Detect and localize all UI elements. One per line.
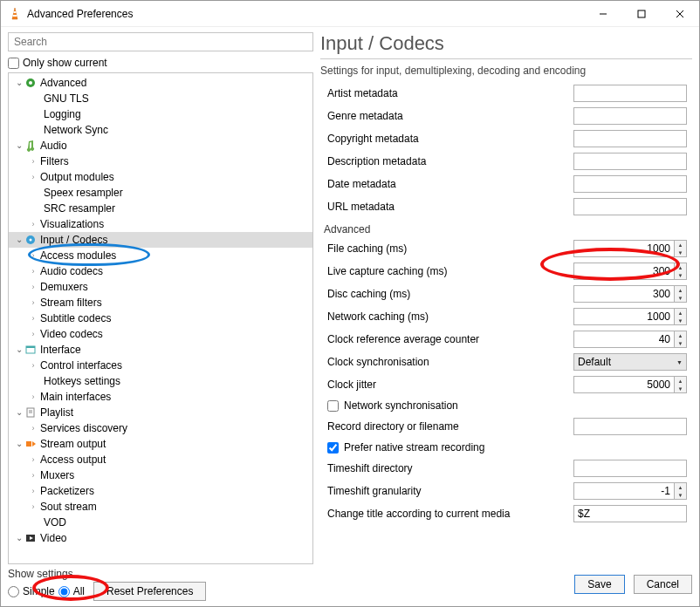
tree-item-advanced[interactable]: ⌄Advanced (9, 75, 312, 91)
chevron-down-icon: ⌄ (14, 530, 24, 546)
tree-item-output-modules[interactable]: ›Output modules (9, 169, 312, 185)
spin-clock-jitter[interactable]: 5000▲▼ (573, 376, 687, 393)
window-title: Advanced Preferences (27, 8, 133, 20)
tree-item-services-discovery[interactable]: ›Services discovery (9, 420, 312, 436)
spin-down-icon[interactable]: ▼ (675, 271, 686, 279)
tree-item-logging[interactable]: Logging (9, 106, 312, 122)
spin-up-icon[interactable]: ▲ (675, 241, 686, 249)
spin-down-icon[interactable]: ▼ (675, 294, 686, 302)
spin-down-icon[interactable]: ▼ (675, 339, 686, 347)
chevron-down-icon: ⌄ (14, 232, 24, 248)
tree-item-access-output[interactable]: ›Access output (9, 452, 312, 467)
tree-item-muxers[interactable]: ›Muxers (9, 467, 312, 483)
svg-rect-12 (26, 346, 35, 348)
spin-down-icon[interactable]: ▼ (675, 385, 686, 392)
tree-item-control-interfaces[interactable]: ›Control interfaces (9, 358, 312, 373)
stream-icon (24, 438, 37, 450)
check-network-sync[interactable] (327, 400, 339, 412)
spin-up-icon[interactable]: ▲ (675, 377, 686, 385)
tree-item-interface[interactable]: ⌄Interface (9, 342, 312, 358)
tree-item-vod[interactable]: VOD (9, 515, 312, 530)
tree-item-gnu-tls[interactable]: GNU TLS (9, 91, 312, 106)
tree-item-network-sync[interactable]: Network Sync (9, 122, 312, 138)
label-timeshift-dir: Timeshift directory (320, 462, 573, 474)
spin-clock-ref[interactable]: 40▲▼ (573, 331, 687, 348)
tree-item-packetizers[interactable]: ›Packetizers (9, 483, 312, 499)
spin-up-icon[interactable]: ▲ (675, 331, 686, 339)
tree-item-stream-output[interactable]: ⌄Stream output (9, 436, 312, 452)
tree-item-visualizations[interactable]: ›Visualizations (9, 216, 312, 232)
svg-point-8 (29, 81, 32, 85)
input-date[interactable] (573, 175, 687, 193)
input-artist[interactable] (573, 85, 687, 102)
label-disc-caching: Disc caching (ms) (320, 288, 573, 300)
chevron-down-icon: ⌄ (14, 342, 24, 358)
spin-disc-caching[interactable]: 300▲▼ (573, 285, 687, 303)
reset-preferences-button[interactable]: Reset Preferences (93, 582, 206, 601)
chevron-right-icon: › (28, 420, 38, 436)
chevron-right-icon: › (28, 169, 38, 185)
input-description[interactable] (573, 153, 687, 170)
radio-simple[interactable]: Simple (8, 585, 55, 597)
check-prefer-native[interactable] (327, 442, 339, 454)
chevron-right-icon: › (28, 389, 38, 405)
settings-form[interactable]: Artist metadata Genre metadata Copyright… (320, 82, 692, 564)
spin-up-icon[interactable]: ▲ (675, 286, 686, 294)
spin-live-caching[interactable]: 300▲▼ (573, 263, 687, 280)
cancel-button[interactable]: Cancel (634, 575, 692, 594)
maximize-button[interactable] (622, 1, 661, 27)
label-date: Date metadata (320, 178, 573, 190)
chevron-right-icon: › (28, 310, 38, 326)
tree-item-stream-filters[interactable]: ›Stream filters (9, 295, 312, 310)
tree-item-access-modules[interactable]: ›Access modules (9, 248, 312, 263)
minimize-button[interactable] (584, 1, 622, 27)
spin-timeshift-gran[interactable]: -1▲▼ (573, 482, 687, 500)
tree-item-audio-codecs[interactable]: ›Audio codecs (9, 263, 312, 279)
tree-item-playlist[interactable]: ⌄Playlist (9, 405, 312, 420)
select-clock-sync[interactable]: Default▼ (573, 353, 687, 371)
spin-down-icon[interactable]: ▼ (675, 249, 686, 256)
tree-item-hotkeys[interactable]: Hotkeys settings (9, 373, 312, 389)
spin-down-icon[interactable]: ▼ (675, 317, 686, 324)
tree-item-video-codecs[interactable]: ›Video codecs (9, 326, 312, 342)
tree-item-filters[interactable]: ›Filters (9, 153, 312, 169)
tree-item-subtitle-codecs[interactable]: ›Subtitle codecs (9, 310, 312, 326)
close-button[interactable] (661, 1, 699, 27)
input-copyright[interactable] (573, 130, 687, 147)
chevron-right-icon: › (28, 248, 38, 263)
svg-rect-16 (26, 441, 31, 447)
radio-all[interactable]: All (58, 585, 85, 597)
spin-file-caching[interactable]: 1000▲▼ (573, 240, 687, 257)
spin-up-icon[interactable]: ▲ (675, 309, 686, 317)
only-show-current-checkbox[interactable] (8, 58, 19, 69)
svg-rect-4 (638, 10, 645, 17)
tree-item-main-interfaces[interactable]: ›Main interfaces (9, 389, 312, 405)
input-timeshift-dir[interactable] (573, 460, 687, 477)
chevron-down-icon: ⌄ (14, 138, 24, 153)
input-change-title[interactable]: $Z (573, 505, 687, 522)
tree-item-video[interactable]: ⌄Video (9, 530, 312, 546)
left-column: Only show current ⌄Advanced GNU TLS Logg… (8, 32, 313, 564)
search-input[interactable] (8, 32, 313, 51)
tree-item-sout-stream[interactable]: ›Sout stream (9, 499, 312, 515)
tree-item-speex[interactable]: Speex resampler (9, 185, 312, 201)
save-button[interactable]: Save (574, 575, 624, 594)
tree-item-audio[interactable]: ⌄Audio (9, 138, 312, 153)
input-genre[interactable] (573, 107, 687, 125)
input-url[interactable] (573, 198, 687, 215)
tree-item-demuxers[interactable]: ›Demuxers (9, 279, 312, 295)
window-icon (24, 344, 37, 356)
panel-heading: Input / Codecs (320, 32, 692, 59)
spin-down-icon[interactable]: ▼ (675, 491, 686, 499)
tree-item-input-codecs[interactable]: ⌄Input / Codecs (9, 232, 312, 248)
spin-up-icon[interactable]: ▲ (675, 483, 686, 491)
input-record-dir[interactable] (573, 418, 687, 435)
tree-item-src[interactable]: SRC resampler (9, 201, 312, 216)
spin-network-caching[interactable]: 1000▲▼ (573, 308, 687, 325)
chevron-right-icon: › (28, 452, 38, 467)
preferences-tree[interactable]: ⌄Advanced GNU TLS Logging Network Sync ⌄… (8, 72, 313, 564)
chevron-down-icon: ⌄ (14, 405, 24, 420)
spin-up-icon[interactable]: ▲ (675, 263, 686, 271)
video-icon (24, 532, 37, 544)
chevron-right-icon: › (28, 216, 38, 232)
